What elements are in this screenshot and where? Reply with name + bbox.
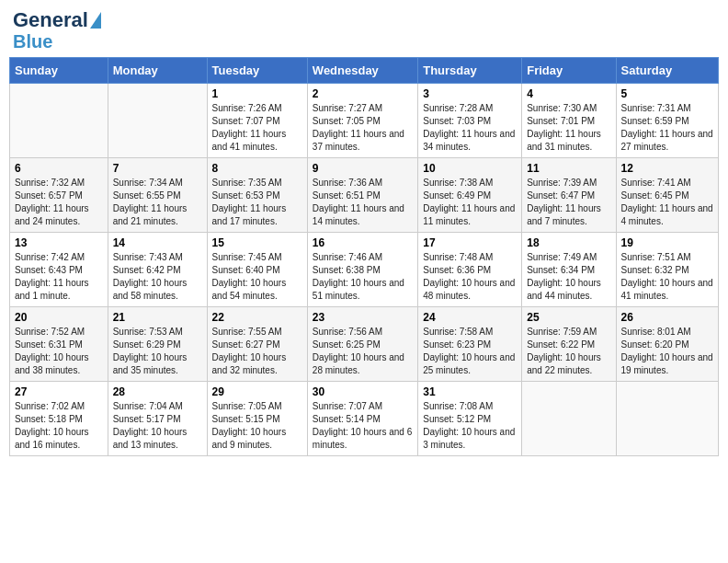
day-number: 10: [423, 162, 517, 175]
weekday-header-cell: Saturday: [616, 58, 718, 84]
calendar-cell: 29Sunrise: 7:05 AM Sunset: 5:15 PM Dayli…: [207, 382, 307, 456]
day-number: 25: [527, 311, 610, 324]
day-info: Sunrise: 7:55 AM Sunset: 6:27 PM Dayligh…: [212, 326, 302, 377]
logo: General Blue: [13, 9, 101, 52]
day-info: Sunrise: 7:53 AM Sunset: 6:29 PM Dayligh…: [113, 326, 202, 377]
day-info: Sunrise: 7:27 AM Sunset: 7:05 PM Dayligh…: [313, 102, 413, 154]
day-info: Sunrise: 7:43 AM Sunset: 6:42 PM Dayligh…: [113, 251, 202, 303]
calendar-week-row: 13Sunrise: 7:42 AM Sunset: 6:43 PM Dayli…: [10, 233, 719, 307]
day-info: Sunrise: 7:28 AM Sunset: 7:03 PM Dayligh…: [423, 102, 517, 154]
calendar-week-row: 27Sunrise: 7:02 AM Sunset: 5:18 PM Dayli…: [10, 382, 719, 456]
day-number: 16: [313, 236, 413, 249]
day-info: Sunrise: 7:07 AM Sunset: 5:14 PM Dayligh…: [313, 400, 413, 452]
calendar-cell: 22Sunrise: 7:55 AM Sunset: 6:27 PM Dayli…: [207, 307, 307, 382]
day-info: Sunrise: 7:05 AM Sunset: 5:15 PM Dayligh…: [212, 400, 302, 452]
calendar-cell: 3Sunrise: 7:28 AM Sunset: 7:03 PM Daylig…: [418, 84, 522, 158]
weekday-header-cell: Sunday: [10, 58, 108, 84]
day-number: 29: [212, 385, 302, 398]
day-number: 1: [212, 87, 302, 100]
calendar-week-row: 6Sunrise: 7:32 AM Sunset: 6:57 PM Daylig…: [10, 158, 719, 233]
day-number: 15: [212, 236, 302, 249]
day-number: 30: [313, 385, 413, 398]
weekday-header-cell: Monday: [108, 58, 207, 84]
logo-blue: Blue: [13, 31, 52, 52]
day-info: Sunrise: 7:35 AM Sunset: 6:53 PM Dayligh…: [212, 177, 302, 228]
calendar-cell: 28Sunrise: 7:04 AM Sunset: 5:17 PM Dayli…: [108, 382, 207, 456]
day-info: Sunrise: 7:59 AM Sunset: 6:22 PM Dayligh…: [527, 326, 610, 377]
calendar-cell: [10, 84, 108, 158]
calendar-cell: 23Sunrise: 7:56 AM Sunset: 6:25 PM Dayli…: [307, 307, 417, 382]
calendar-cell: 19Sunrise: 7:51 AM Sunset: 6:32 PM Dayli…: [616, 233, 718, 307]
day-info: Sunrise: 7:30 AM Sunset: 7:01 PM Dayligh…: [527, 102, 610, 154]
day-number: 26: [621, 311, 713, 324]
page-header: General Blue: [9, 9, 719, 52]
day-info: Sunrise: 7:26 AM Sunset: 7:07 PM Dayligh…: [212, 102, 302, 154]
day-number: 19: [621, 236, 713, 249]
day-number: 9: [313, 162, 413, 175]
day-number: 22: [212, 311, 302, 324]
weekday-header-cell: Tuesday: [207, 58, 307, 84]
day-info: Sunrise: 7:32 AM Sunset: 6:57 PM Dayligh…: [15, 177, 103, 228]
day-number: 17: [423, 236, 517, 249]
calendar-cell: 2Sunrise: 7:27 AM Sunset: 7:05 PM Daylig…: [307, 84, 417, 158]
calendar-cell: 14Sunrise: 7:43 AM Sunset: 6:42 PM Dayli…: [108, 233, 207, 307]
calendar-cell: [522, 382, 616, 456]
weekday-header-row: SundayMondayTuesdayWednesdayThursdayFrid…: [10, 58, 719, 84]
calendar-cell: 20Sunrise: 7:52 AM Sunset: 6:31 PM Dayli…: [10, 307, 108, 382]
calendar-cell: 1Sunrise: 7:26 AM Sunset: 7:07 PM Daylig…: [207, 84, 307, 158]
day-number: 13: [15, 236, 103, 249]
weekday-header-cell: Thursday: [418, 58, 522, 84]
day-info: Sunrise: 7:45 AM Sunset: 6:40 PM Dayligh…: [212, 251, 302, 303]
calendar-cell: 4Sunrise: 7:30 AM Sunset: 7:01 PM Daylig…: [522, 84, 616, 158]
day-info: Sunrise: 7:46 AM Sunset: 6:38 PM Dayligh…: [313, 251, 413, 303]
calendar-body: 1Sunrise: 7:26 AM Sunset: 7:07 PM Daylig…: [10, 84, 719, 456]
day-info: Sunrise: 7:34 AM Sunset: 6:55 PM Dayligh…: [113, 177, 202, 228]
logo-text: General: [13, 9, 88, 31]
day-info: Sunrise: 7:56 AM Sunset: 6:25 PM Dayligh…: [313, 326, 413, 377]
day-info: Sunrise: 7:36 AM Sunset: 6:51 PM Dayligh…: [313, 177, 413, 228]
day-info: Sunrise: 7:02 AM Sunset: 5:18 PM Dayligh…: [15, 400, 103, 452]
weekday-header-cell: Wednesday: [307, 58, 417, 84]
calendar-cell: 30Sunrise: 7:07 AM Sunset: 5:14 PM Dayli…: [307, 382, 417, 456]
day-number: 11: [527, 162, 610, 175]
calendar-cell: [616, 382, 718, 456]
day-number: 8: [212, 162, 302, 175]
weekday-header-cell: Friday: [522, 58, 616, 84]
calendar-cell: 12Sunrise: 7:41 AM Sunset: 6:45 PM Dayli…: [616, 158, 718, 233]
day-number: 12: [621, 162, 713, 175]
day-number: 28: [113, 385, 202, 398]
calendar-table: SundayMondayTuesdayWednesdayThursdayFrid…: [9, 57, 719, 456]
calendar-cell: 6Sunrise: 7:32 AM Sunset: 6:57 PM Daylig…: [10, 158, 108, 233]
day-info: Sunrise: 7:31 AM Sunset: 6:59 PM Dayligh…: [621, 102, 713, 154]
calendar-cell: 16Sunrise: 7:46 AM Sunset: 6:38 PM Dayli…: [307, 233, 417, 307]
day-number: 4: [527, 87, 610, 100]
calendar-cell: 8Sunrise: 7:35 AM Sunset: 6:53 PM Daylig…: [207, 158, 307, 233]
day-info: Sunrise: 7:04 AM Sunset: 5:17 PM Dayligh…: [113, 400, 202, 452]
calendar-cell: 5Sunrise: 7:31 AM Sunset: 6:59 PM Daylig…: [616, 84, 718, 158]
day-number: 27: [15, 385, 103, 398]
calendar-cell: 24Sunrise: 7:58 AM Sunset: 6:23 PM Dayli…: [418, 307, 522, 382]
calendar-cell: 18Sunrise: 7:49 AM Sunset: 6:34 PM Dayli…: [522, 233, 616, 307]
day-info: Sunrise: 7:48 AM Sunset: 6:36 PM Dayligh…: [423, 251, 517, 303]
day-info: Sunrise: 7:38 AM Sunset: 6:49 PM Dayligh…: [423, 177, 517, 228]
calendar-week-row: 1Sunrise: 7:26 AM Sunset: 7:07 PM Daylig…: [10, 84, 719, 158]
day-info: Sunrise: 7:58 AM Sunset: 6:23 PM Dayligh…: [423, 326, 517, 377]
day-info: Sunrise: 7:42 AM Sunset: 6:43 PM Dayligh…: [15, 251, 103, 303]
day-number: 31: [423, 385, 517, 398]
day-number: 5: [621, 87, 713, 100]
day-number: 14: [113, 236, 202, 249]
calendar-cell: 21Sunrise: 7:53 AM Sunset: 6:29 PM Dayli…: [108, 307, 207, 382]
day-info: Sunrise: 8:01 AM Sunset: 6:20 PM Dayligh…: [621, 326, 713, 377]
day-number: 23: [313, 311, 413, 324]
day-number: 6: [15, 162, 103, 175]
calendar-cell: 31Sunrise: 7:08 AM Sunset: 5:12 PM Dayli…: [418, 382, 522, 456]
calendar-cell: 26Sunrise: 8:01 AM Sunset: 6:20 PM Dayli…: [616, 307, 718, 382]
calendar-cell: [108, 84, 207, 158]
day-info: Sunrise: 7:08 AM Sunset: 5:12 PM Dayligh…: [423, 400, 517, 452]
day-info: Sunrise: 7:41 AM Sunset: 6:45 PM Dayligh…: [621, 177, 713, 228]
day-number: 2: [313, 87, 413, 100]
day-number: 3: [423, 87, 517, 100]
day-info: Sunrise: 7:51 AM Sunset: 6:32 PM Dayligh…: [621, 251, 713, 303]
calendar-cell: 17Sunrise: 7:48 AM Sunset: 6:36 PM Dayli…: [418, 233, 522, 307]
day-number: 20: [15, 311, 103, 324]
